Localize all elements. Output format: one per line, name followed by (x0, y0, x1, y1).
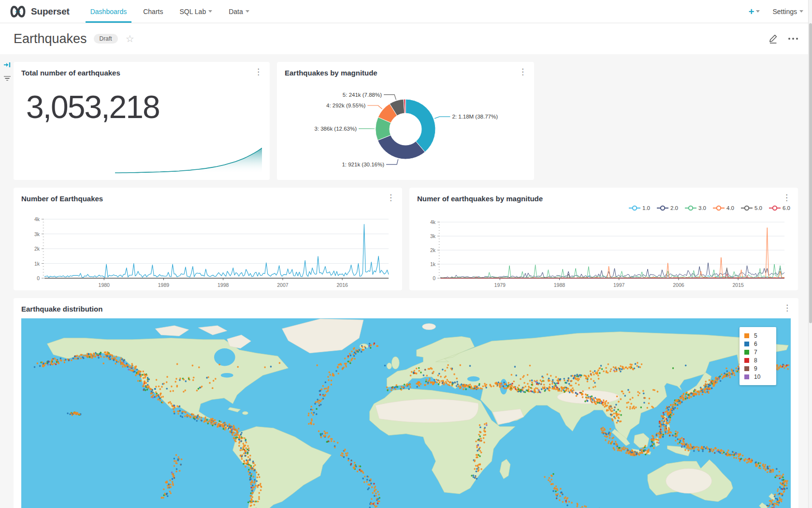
map-legend-item-9: 9 (744, 364, 771, 373)
status-badge: Draft (94, 34, 118, 44)
map-legend-item-7: 7 (744, 348, 771, 356)
svg-text:1997: 1997 (613, 282, 625, 288)
legend-swatch (744, 366, 749, 371)
legend-item-2.0[interactable]: 2.0 (657, 205, 678, 211)
svg-text:2k: 2k (430, 247, 436, 253)
legend-item-3.0[interactable]: 3.0 (685, 205, 706, 211)
big-number-value: 3,053,218 (14, 77, 270, 125)
legend-item-6.0[interactable]: 6.0 (769, 205, 790, 211)
top-navbar: Superset Dashboards Charts SQL Lab Data … (0, 0, 812, 23)
chart-kebab-menu[interactable]: ⋮ (384, 193, 397, 203)
pie-label-2: 2: 1.18M (38.77%) (452, 114, 498, 120)
chart-kebab-menu[interactable]: ⋮ (780, 193, 793, 203)
chart-legend: 1.02.03.04.05.06.0 (629, 205, 790, 211)
legend-label: 2.0 (670, 205, 678, 211)
magnitude-donut-chart[interactable]: 2: 1.18M (38.77%)1: 921k (30.16%)3: 386k… (285, 78, 526, 175)
svg-text:0: 0 (37, 275, 40, 281)
nav-item-label: Dashboards (90, 8, 127, 15)
chevron-down-icon (799, 10, 803, 15)
chart-kebab-menu[interactable]: ⋮ (516, 67, 529, 77)
card-earthquakes-by-magnitude: Earthquakes by magnitude ⋮ 2: 1.18M (38.… (277, 62, 534, 180)
map-legend: 5678910 (740, 327, 776, 385)
legend-label: 6 (754, 341, 757, 347)
legend-swatch (744, 358, 749, 363)
dashboard-row-1: Total number of earthquakes ⋮ 3,053,218 … (14, 62, 799, 180)
svg-text:4k: 4k (430, 219, 436, 225)
legend-label: 5 (754, 332, 757, 339)
svg-text:1988: 1988 (554, 282, 566, 288)
map-legend-item-6: 6 (744, 340, 771, 348)
chart-kebab-menu[interactable]: ⋮ (781, 303, 794, 313)
earthquake-count-line-chart[interactable]: 01k2k3k4k19801989199820072016 (20, 215, 394, 290)
legend-label: 3.0 (698, 205, 706, 211)
nav-item-data[interactable]: Data (224, 0, 254, 23)
legend-marker-icon (629, 205, 640, 211)
svg-text:0: 0 (433, 275, 435, 281)
settings-label: Settings (772, 8, 797, 15)
legend-label: 1.0 (642, 205, 650, 211)
legend-label: 4.0 (726, 205, 734, 211)
line-series-count (44, 224, 389, 278)
chart-title: Earthquakes by magnitude (277, 62, 534, 77)
legend-item-4.0[interactable]: 4.0 (713, 205, 734, 211)
chevron-down-icon (246, 10, 249, 15)
nav-item-label: Data (229, 8, 243, 15)
legend-label: 10 (754, 374, 760, 380)
nav-item-charts[interactable]: Charts (138, 0, 168, 23)
map-legend-item-10: 10 (744, 373, 771, 381)
svg-text:1k: 1k (430, 261, 436, 267)
settings-menu[interactable]: Settings (772, 8, 803, 15)
superset-logo[interactable]: Superset (9, 0, 70, 23)
legend-label: 6.0 (783, 205, 790, 211)
legend-marker-icon (741, 205, 753, 211)
chart-title: Numer of earthquakes by magnitude (409, 188, 798, 203)
expand-filter-bar-icon[interactable] (3, 61, 11, 69)
filter-bar-collapsed (2, 61, 13, 81)
chevron-down-icon (208, 10, 212, 15)
pie-slice-1[interactable] (377, 135, 425, 159)
pie-label-4: 4: 292k (9.55%) (326, 103, 365, 108)
page-scrollbar[interactable] (808, 0, 812, 508)
dashboard-grid: Total number of earthquakes ⋮ 3,053,218 … (0, 54, 812, 508)
svg-text:1k: 1k (34, 261, 40, 267)
favorite-star-icon[interactable]: ☆ (126, 34, 134, 44)
legend-item-1.0[interactable]: 1.0 (629, 205, 650, 211)
chart-title: Total number of earthquakes (14, 62, 270, 77)
nav-item-sql-lab[interactable]: SQL Lab (174, 0, 217, 23)
card-earthquake-distribution: Earthquake distribution ⋮ (14, 298, 798, 508)
more-actions-button[interactable] (788, 37, 798, 40)
pencil-icon (768, 33, 778, 44)
chart-title: Number of Earthquakes (14, 188, 402, 203)
edit-dashboard-button[interactable] (768, 33, 778, 44)
magnitude-series-line-chart[interactable]: 01k2k3k4k19791988199720062015 (416, 218, 790, 290)
ellipsis-icon (788, 37, 798, 40)
legend-swatch (744, 374, 749, 379)
plus-icon: + (749, 7, 754, 16)
world-map-svg[interactable] (21, 318, 791, 508)
pie-label-1: 1: 921k (30.16%) (342, 162, 384, 167)
world-map[interactable]: 5678910 (21, 318, 791, 508)
svg-text:3k: 3k (430, 233, 436, 239)
legend-label: 7 (754, 349, 757, 356)
chart-kebab-menu[interactable]: ⋮ (252, 67, 265, 77)
svg-text:4k: 4k (34, 216, 40, 222)
svg-text:1998: 1998 (218, 282, 229, 288)
legend-label: 9 (754, 365, 757, 372)
pie-slice-2[interactable] (406, 99, 435, 152)
legend-marker-icon (769, 205, 781, 211)
dashboard-row-2: Number of Earthquakes ⋮ 01k2k3k4k1980198… (14, 188, 799, 290)
page-title: Earthquakes (14, 31, 87, 46)
dashboard-header: Earthquakes Draft ☆ (0, 23, 812, 54)
filter-icon[interactable] (3, 75, 11, 81)
svg-text:1979: 1979 (494, 282, 506, 288)
nav-item-dashboards[interactable]: Dashboards (86, 0, 132, 23)
chevron-down-icon (756, 10, 760, 15)
new-item-button[interactable]: + (749, 7, 760, 16)
nav-item-label: Charts (143, 8, 163, 15)
big-number-trend-chart[interactable] (115, 145, 262, 174)
legend-marker-icon (713, 205, 725, 211)
legend-item-5.0[interactable]: 5.0 (741, 205, 762, 211)
card-earthquakes-by-magnitude-lines: Numer of earthquakes by magnitude ⋮ 1.02… (409, 188, 798, 290)
legend-swatch (744, 342, 749, 346)
scrollbar-thumb[interactable] (809, 23, 812, 323)
